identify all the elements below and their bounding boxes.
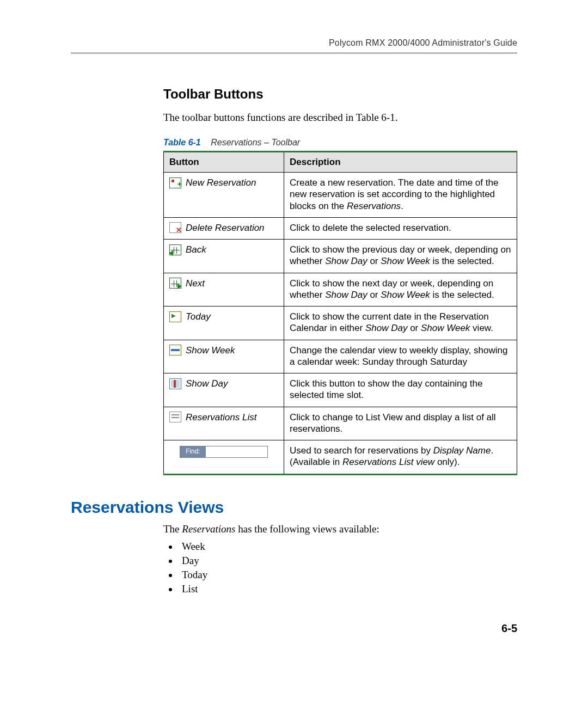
toolbar-buttons-lead: The toolbar buttons functions are descri…	[163, 112, 517, 124]
toolbar-buttons-heading: Toolbar Buttons	[163, 87, 517, 102]
delete-reservation-icon	[169, 222, 181, 233]
button-label: Back	[186, 244, 206, 255]
table-row: Reservations List Click to change to Lis…	[164, 407, 517, 440]
reservations-views-section: Reservations Views The Reservations has …	[71, 498, 517, 595]
button-label: New Reservation	[186, 177, 256, 188]
show-day-icon	[169, 378, 181, 389]
table-row: Delete Reservation Click to delete the s…	[164, 217, 517, 239]
reservations-toolbar-table: Button Description New Reservation Creat…	[163, 151, 517, 475]
list-item: Today	[179, 569, 517, 581]
list-item: List	[179, 583, 517, 595]
button-label: Show Week	[186, 345, 235, 356]
button-label: Reservations List	[186, 412, 256, 423]
table-caption-title: Reservations – Toolbar	[211, 138, 300, 147]
table-row: Show Week Change the calendar view to we…	[164, 340, 517, 373]
today-icon	[169, 311, 181, 322]
button-label: Show Day	[186, 378, 228, 389]
show-week-icon	[169, 345, 181, 356]
description-cell: Click to show the previous day or week, …	[284, 240, 517, 273]
description-cell: Click this button to show the day contai…	[284, 373, 517, 407]
description-cell: Click to show the current date in the Re…	[284, 307, 517, 340]
description-cell: Click to change to List View and display…	[284, 407, 517, 440]
description-cell: Change the calendar view to weekly displ…	[284, 340, 517, 373]
views-intro: The Reservations has the following views…	[163, 523, 517, 535]
button-label: Next	[186, 278, 205, 289]
description-cell: Click to show the next day or week, depe…	[284, 273, 517, 307]
button-label: Today	[186, 311, 211, 322]
back-icon	[169, 244, 181, 255]
button-label: Delete Reservation	[186, 222, 265, 234]
next-icon	[169, 278, 181, 289]
table-row: Today Click to show the current date in …	[164, 307, 517, 340]
table-row: Find: Used to search for reservations by…	[164, 440, 517, 475]
table-row: Back Click to show the previous day or w…	[164, 240, 517, 273]
description-cell: Create a new reservation. The date and t…	[284, 173, 517, 218]
page-number: 6-5	[501, 622, 517, 635]
table-row: Next Click to show the next day or week,…	[164, 273, 517, 307]
main-content: Toolbar Buttons The toolbar buttons func…	[163, 87, 517, 475]
th-button: Button	[164, 152, 284, 173]
list-item: Day	[179, 555, 517, 567]
views-list: Week Day Today List	[163, 541, 517, 595]
th-description: Description	[284, 152, 517, 173]
header-rule	[71, 52, 517, 54]
table-caption: Table 6-1 Reservations – Toolbar	[163, 138, 517, 148]
description-cell: Click to delete the selected reservation…	[284, 217, 517, 239]
reservations-views-heading: Reservations Views	[71, 498, 517, 517]
find-widget: Find:	[180, 446, 268, 458]
table-row: Show Day Click this button to show the d…	[164, 373, 517, 407]
running-header: Polycom RMX 2000/4000 Administrator's Gu…	[71, 38, 517, 48]
reservations-list-icon	[169, 412, 181, 422]
find-field[interactable]	[206, 446, 267, 457]
table-row: New Reservation Create a new reservation…	[164, 173, 517, 218]
description-cell: Used to search for reservations by Displ…	[284, 440, 517, 475]
list-item: Week	[179, 541, 517, 553]
table-caption-label: Table 6-1	[163, 138, 201, 147]
new-reservation-icon	[169, 177, 181, 188]
find-label: Find:	[180, 446, 206, 457]
page-content: Polycom RMX 2000/4000 Administrator's Gu…	[71, 38, 517, 597]
